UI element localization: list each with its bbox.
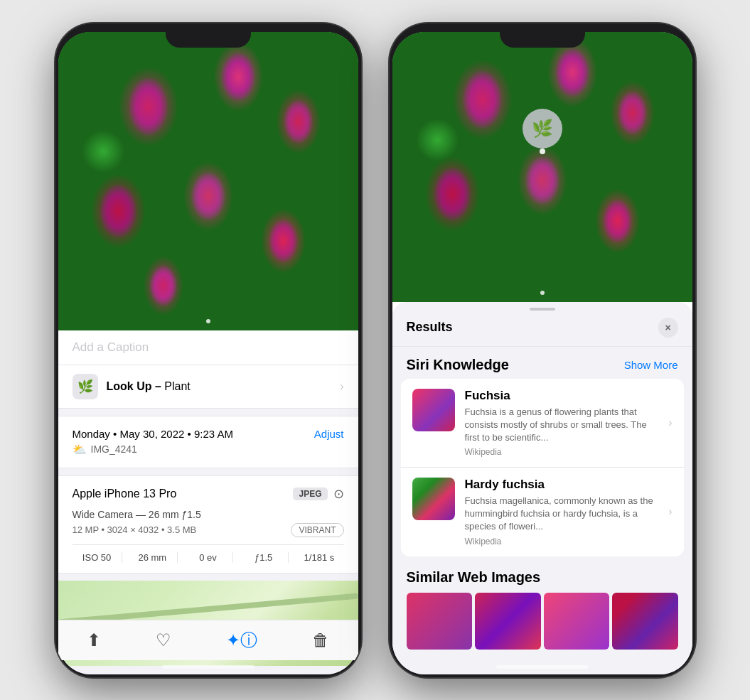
similar-image-3[interactable] <box>544 593 610 650</box>
hardy-info: Hardy fuchsia Fuchsia magellanica, commo… <box>465 478 659 546</box>
lookup-text: Look Up – Plant <box>107 380 191 393</box>
exif-shutter: 1/181 s <box>294 552 343 563</box>
lookup-row[interactable]: 🌿 Look Up – Plant › <box>58 365 358 409</box>
lookup-icon: 🌿 <box>73 374 98 399</box>
caption-area[interactable]: Add a Caption <box>58 330 358 365</box>
exif-focal: 26 mm <box>128 552 178 563</box>
similar-image-2[interactable] <box>475 593 541 650</box>
vibrant-badge: VIBRANT <box>291 523 343 537</box>
caption-placeholder: Add a Caption <box>73 340 149 354</box>
hardy-thumb <box>412 478 455 520</box>
hardy-thumb-image <box>412 478 455 520</box>
similar-section: Similar Web Images <box>392 559 692 655</box>
share-icon[interactable]: ⬆ <box>87 630 101 650</box>
badge-group: JPEG ⊙ <box>293 486 343 502</box>
exif-ev: 0 ev <box>183 552 233 563</box>
hardy-desc: Fuchsia magellanica, commonly known as t… <box>465 495 659 534</box>
notch <box>166 23 251 48</box>
date-section: Monday • May 30, 2022 • 9:23 AM Adjust ⛅… <box>58 416 358 468</box>
camera-spec: Wide Camera — 26 mm ƒ1.5 <box>73 509 344 520</box>
file-name: IMG_4241 <box>91 443 137 455</box>
results-panel: Results × Siri Knowledge Show More <box>392 302 692 674</box>
phone-1: Add a Caption 🌿 Look Up – Plant › Monday… <box>55 23 361 677</box>
fuchsia-thumb-image <box>412 389 455 431</box>
mp-text: 12 MP • 3024 × 4032 • 3.5 MB <box>73 524 197 535</box>
settings-icon: ⊙ <box>333 486 344 502</box>
fuchsia-source: Wikipedia <box>465 447 659 457</box>
similar-images-row <box>407 593 678 650</box>
date-text: Monday • May 30, 2022 • 9:23 AM <box>73 428 233 440</box>
phone-2: 🌿 Results × Siri Knowledge Show More <box>390 23 695 677</box>
device-section: Apple iPhone 13 Pro JPEG ⊙ Wide Camera —… <box>58 475 358 574</box>
adjust-button[interactable]: Adjust <box>314 428 344 440</box>
knowledge-item-hardy[interactable]: Hardy fuchsia Fuchsia magellanica, commo… <box>401 468 684 556</box>
knowledge-item-fuchsia[interactable]: Fuchsia Fuchsia is a genus of flowering … <box>401 379 684 468</box>
results-content: Siri Knowledge Show More Fuchsia Fuchsia… <box>392 347 692 674</box>
exif-aperture: ƒ1.5 <box>239 552 289 563</box>
lookup-chevron-icon: › <box>340 380 343 393</box>
device-name: Apple iPhone 13 Pro <box>73 488 177 500</box>
fuchsia-desc: Fuchsia is a genus of flowering plants t… <box>465 406 659 445</box>
home-indicator <box>162 665 255 669</box>
favorite-icon[interactable]: ♡ <box>156 630 171 650</box>
cloud-icon: ⛅ <box>73 443 87 456</box>
close-button[interactable]: × <box>658 318 678 338</box>
notch-2 <box>500 23 585 48</box>
info-icon[interactable]: ✦ⓘ <box>226 629 257 652</box>
similar-image-4[interactable] <box>612 593 678 650</box>
fuchsia-thumb <box>412 389 455 431</box>
fuchsia-name: Fuchsia <box>465 389 659 403</box>
phone-2-screen: 🌿 Results × Siri Knowledge Show More <box>392 32 692 674</box>
page-indicator <box>206 319 210 323</box>
fuchsia-info: Fuchsia Fuchsia is a genus of flowering … <box>465 389 659 458</box>
visual-lookup-dot <box>540 149 545 154</box>
show-more-button[interactable]: Show More <box>624 359 678 371</box>
similar-title: Similar Web Images <box>407 569 678 586</box>
home-indicator-2 <box>496 665 589 669</box>
hardy-chevron-icon: › <box>668 505 672 518</box>
close-icon: × <box>665 322 670 333</box>
siri-knowledge-title: Siri Knowledge <box>407 357 509 373</box>
format-badge: JPEG <box>293 488 327 500</box>
siri-knowledge-header: Siri Knowledge Show More <box>392 347 692 379</box>
flower-image <box>58 32 358 330</box>
photo-image-2: 🌿 <box>392 32 692 302</box>
results-title: Results <box>407 320 453 335</box>
photo-toolbar: ⬆ ♡ ✦ⓘ 🗑 <box>58 620 358 660</box>
fuchsia-chevron-icon: › <box>668 416 672 429</box>
delete-icon[interactable]: 🗑 <box>312 630 329 650</box>
knowledge-card: Fuchsia Fuchsia is a genus of flowering … <box>401 379 684 556</box>
results-header: Results × <box>392 311 692 347</box>
hardy-name: Hardy fuchsia <box>465 478 659 492</box>
page-indicator-2 <box>540 291 545 295</box>
photo-image <box>58 32 358 330</box>
visual-lookup-circle: 🌿 <box>523 109 562 149</box>
exif-iso: ISO 50 <box>73 552 122 563</box>
hardy-source: Wikipedia <box>465 537 659 546</box>
phone-1-screen: Add a Caption 🌿 Look Up – Plant › Monday… <box>58 32 358 674</box>
similar-image-1[interactable] <box>407 593 473 650</box>
exif-row: ISO 50 26 mm 0 ev ƒ1.5 1/181 s <box>73 544 344 563</box>
